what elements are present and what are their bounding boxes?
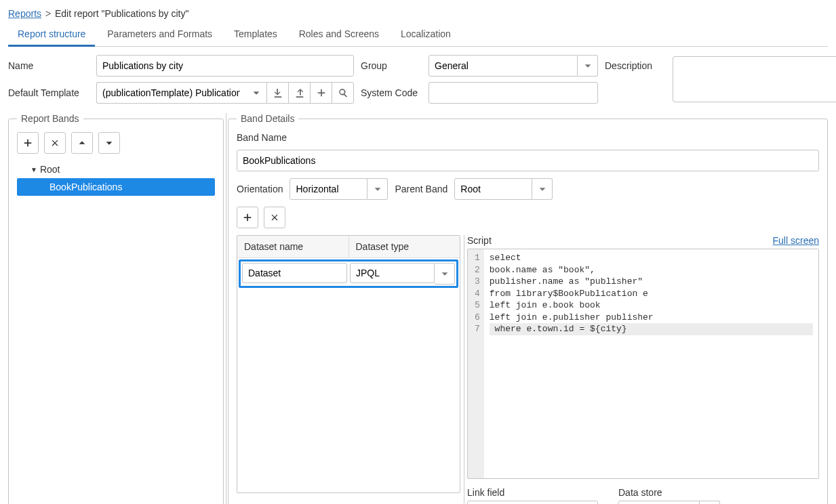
data-store-select[interactable] [618,501,720,504]
code-line[interactable]: book.name as "book", [490,264,813,276]
chevron-down-icon [104,138,114,148]
detail-divider[interactable] [460,235,467,504]
tab-localization[interactable]: Localization [391,23,460,45]
dataset-table: Dataset name Dataset type [237,235,460,493]
add-dataset-button[interactable] [237,207,258,228]
chevron-down-icon[interactable] [367,178,388,200]
tab-roles-screens[interactable]: Roles and Screens [290,23,389,45]
default-template-input[interactable] [96,82,245,104]
close-icon [50,138,60,148]
move-down-button[interactable] [98,132,120,154]
link-field-label: Link field [467,487,598,498]
bands-tree: ▼ Root BookPublications [17,161,215,196]
chevron-up-icon [77,138,87,148]
tab-bar: Report structure Parameters and Formats … [8,23,828,47]
close-icon [270,213,279,222]
group-select[interactable] [429,55,598,77]
name-label: Name [8,60,89,71]
code-line[interactable]: left join e.book book [490,299,813,312]
add-band-button[interactable] [17,132,39,154]
parent-band-label: Parent Band [395,184,447,194]
data-store-value[interactable] [618,501,700,504]
orientation-label: Orientation [237,184,283,194]
chevron-down-icon[interactable] [435,263,455,285]
link-field-input[interactable] [467,501,598,504]
band-name-input[interactable] [237,150,819,171]
dataset-type-value[interactable] [350,263,435,283]
report-bands-legend: Report Bands [17,113,83,124]
caret-down-icon: ▼ [31,166,37,173]
band-details-legend: Band Details [237,113,298,124]
code-line[interactable]: publisher.name as "publisher" [490,276,813,288]
breadcrumb: Reports > Edit report "Publications by c… [8,8,828,19]
move-up-button[interactable] [71,132,93,154]
default-template-group [96,82,354,104]
dataset-col-name: Dataset name [237,236,349,257]
dataset-type-select[interactable] [350,263,455,285]
tab-templates[interactable]: Templates [224,23,287,45]
search-icon[interactable] [332,82,354,104]
orientation-select-value[interactable] [290,178,367,200]
script-editor[interactable]: 1234567 selectbook.name as "book",publis… [467,249,819,479]
breadcrumb-sep: > [45,8,51,19]
code-line[interactable]: left join e.publisher publisher [490,312,813,324]
data-store-label: Data store [618,487,720,498]
parent-band-select[interactable] [454,178,553,200]
band-name-label: Band Name [237,132,287,143]
orientation-select[interactable] [290,178,388,200]
description-textarea[interactable] [673,56,836,102]
remove-dataset-button[interactable] [264,207,285,228]
description-label: Description [605,60,666,71]
code-line[interactable]: select [490,252,813,264]
line-gutter: 1234567 [468,249,484,478]
breadcrumb-current: Edit report "Publications by city" [55,8,188,19]
band-details-panel: Band Details Band Name Orientation Paren… [228,113,828,504]
code-line[interactable]: from library$BookPublication e [490,288,813,300]
breadcrumb-root-link[interactable]: Reports [8,8,41,19]
tree-node-root[interactable]: ▼ Root [17,161,215,178]
system-code-label: System Code [361,87,422,98]
system-code-input[interactable] [429,82,598,104]
tree-node-bookpublications[interactable]: BookPublications [17,178,215,196]
default-template-label: Default Template [8,87,89,98]
name-input[interactable] [96,55,354,77]
tree-node-label: Root [40,164,60,175]
chevron-down-icon[interactable] [578,55,598,77]
plus-icon[interactable] [311,82,332,104]
dataset-row-selected[interactable] [239,259,458,288]
tab-parameters-formats[interactable]: Parameters and Formats [98,23,222,45]
parent-band-select-value[interactable] [454,178,532,200]
full-screen-link[interactable]: Full screen [773,235,819,246]
upload-icon[interactable] [289,82,311,104]
report-bands-panel: Report Bands ▼ Root BookPublic [8,113,224,504]
script-label: Script [467,235,492,246]
remove-band-button[interactable] [44,132,66,154]
tab-report-structure[interactable]: Report structure [8,23,95,47]
code-line[interactable]: where e.town.id = ${city} [490,323,813,335]
download-icon[interactable] [267,82,289,104]
group-select-value[interactable] [429,55,578,77]
chevron-down-icon[interactable] [532,178,553,200]
dataset-name-input[interactable] [242,263,347,283]
plus-icon [23,138,33,148]
chevron-down-icon[interactable] [245,82,267,104]
code-lines[interactable]: selectbook.name as "book",publisher.name… [484,249,818,478]
plus-icon [243,213,252,222]
group-label: Group [361,60,422,71]
chevron-down-icon[interactable] [700,501,720,504]
tree-node-label: BookPublications [49,182,122,192]
dataset-col-type: Dataset type [349,236,460,257]
form-top: Name Group Description Default Template … [8,55,828,104]
